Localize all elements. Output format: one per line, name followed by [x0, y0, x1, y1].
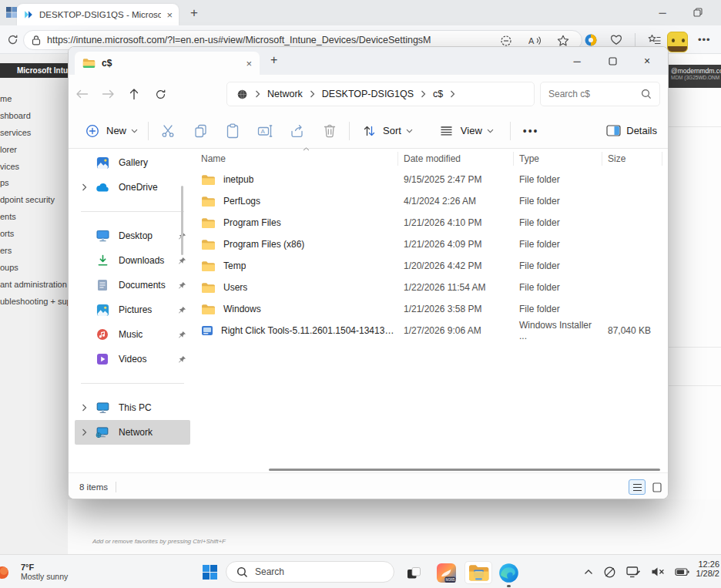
details-button[interactable]: Details [606, 125, 657, 136]
sidebar-item-onedrive[interactable]: OneDrive [75, 175, 190, 200]
edge-new-tab-button[interactable]: + [190, 5, 198, 21]
column-size[interactable]: Size [602, 153, 662, 164]
search-input[interactable]: Search c$ [540, 82, 660, 106]
more-options-icon[interactable]: ••• [514, 125, 548, 137]
back-arrow-icon[interactable] [69, 89, 95, 99]
copy-button[interactable] [184, 118, 216, 144]
chevron-right-icon[interactable] [75, 428, 93, 436]
edge-taskbar-button[interactable] [497, 561, 520, 584]
sidebar-scrollbar[interactable] [181, 186, 183, 255]
favorite-star-icon[interactable] [557, 35, 569, 46]
chevron-right-icon[interactable] [75, 183, 93, 191]
sidebar-item-pictures[interactable]: Pictures [75, 297, 190, 322]
intune-nav-item[interactable]: lorer [0, 142, 71, 159]
sidebar-item-this-pc[interactable]: This PC [75, 395, 190, 420]
intune-nav-item[interactable]: ents [0, 209, 71, 226]
file-row[interactable]: PerfLogs4/1/2024 2:26 AMFile folder [192, 190, 663, 212]
intune-nav-item[interactable]: ubleshooting + suppor [0, 294, 71, 311]
intune-nav-item[interactable]: ant administration [0, 277, 71, 294]
sidebar-item-gallery[interactable]: Gallery [75, 150, 190, 175]
read-aloud-icon[interactable]: A [528, 35, 542, 46]
intune-nav-item[interactable]: me [0, 91, 71, 108]
edge-restore-button[interactable] [686, 3, 709, 22]
file-row[interactable]: Temp1/20/2026 4:42 PMFile folder [192, 255, 663, 277]
cut-button[interactable] [152, 118, 184, 144]
forward-arrow-icon[interactable] [95, 89, 121, 99]
intune-nav-item[interactable]: shboard [0, 108, 71, 125]
file-row[interactable]: Program Files (x86)1/21/2026 4:09 PMFile… [192, 234, 663, 255]
weather-widget[interactable]: 7°F Mostly sunny [0, 555, 68, 588]
rename-button[interactable]: A [249, 118, 281, 144]
refresh-icon[interactable] [147, 89, 173, 100]
new-button[interactable]: New [76, 118, 145, 144]
edge-minimize-button[interactable]: ─ [651, 3, 674, 22]
edge-browser-tab[interactable]: DESKTOP-DSIG1QS - Microsoft In × [17, 4, 179, 25]
delete-button[interactable] [314, 118, 346, 144]
refresh-icon[interactable] [7, 34, 18, 45]
zoom-out-icon[interactable] [500, 35, 512, 47]
chevron-up-icon[interactable] [584, 569, 593, 575]
list-view-button[interactable] [629, 479, 646, 495]
file-name: Windows [223, 304, 261, 314]
browser-essentials-icon[interactable] [584, 33, 598, 47]
chevron-right-icon[interactable] [75, 404, 93, 412]
explorer-tabbar: c$ × + ─ × [69, 47, 668, 75]
task-view-button[interactable] [402, 561, 425, 584]
intune-nav-item[interactable]: vices [0, 159, 71, 176]
breadcrumb[interactable]: Network DESKTOP-DSIG1QS c$ [226, 82, 535, 106]
explorer-tab-close-icon[interactable]: × [246, 59, 252, 69]
sidebar-item-videos[interactable]: Videos [75, 347, 190, 371]
edge-workspaces-icon[interactable] [5, 6, 18, 18]
file-row[interactable]: Users1/22/2026 11:54 AMFile folder [192, 277, 663, 298]
icon-view-button[interactable] [649, 479, 666, 495]
file-row[interactable]: Right Click Tools-5.11.2601.1504-1341306… [192, 320, 663, 341]
file-row[interactable]: inetpub9/15/2025 2:47 PMFile folder [192, 169, 663, 190]
file-row[interactable]: Windows1/21/2026 3:58 PMFile folder [192, 298, 663, 320]
volume-mute-icon[interactable] [651, 566, 665, 577]
taskbar-search[interactable]: Search [226, 561, 394, 583]
column-type[interactable]: Type [513, 153, 602, 164]
breadcrumb-computer[interactable]: DESKTOP-DSIG1QS [322, 89, 414, 99]
file-row[interactable]: Program Files1/21/2026 4:10 PMFile folde… [192, 212, 663, 234]
intune-nav-item[interactable]: ers [0, 243, 71, 260]
view-button[interactable]: View [431, 118, 501, 144]
sidebar-item-music[interactable]: Music [75, 322, 190, 347]
display-pen-icon[interactable] [626, 566, 641, 579]
edge-tab-close-icon[interactable]: × [166, 10, 173, 20]
intune-nav-item[interactable]: orts [0, 226, 71, 243]
m365-copilot-button[interactable]: M365 [434, 561, 458, 584]
column-date-modified[interactable]: Date modified [397, 153, 513, 164]
collections-heart-icon[interactable] [610, 34, 622, 45]
share-button[interactable] [281, 118, 314, 144]
intune-nav-item[interactable]: services [0, 125, 71, 142]
sidebar-item-downloads[interactable]: Downloads [75, 248, 190, 273]
profile-avatar[interactable] [667, 32, 688, 52]
horizontal-scrollbar[interactable] [269, 469, 660, 471]
network-offline-icon[interactable] [603, 566, 616, 579]
paste-button[interactable] [216, 118, 249, 144]
up-arrow-icon[interactable] [121, 88, 147, 100]
column-name[interactable]: Name [192, 153, 397, 164]
breadcrumb-share[interactable]: c$ [433, 89, 443, 99]
explorer-close-button[interactable]: × [632, 49, 662, 72]
onedrive-icon [93, 183, 112, 192]
edge-settings-more-icon[interactable]: ••• [698, 34, 711, 45]
intune-nav-item[interactable]: oups [0, 260, 71, 277]
file-explorer-taskbar-button[interactable] [464, 561, 492, 584]
explorer-new-tab-button[interactable]: + [270, 53, 277, 67]
sidebar-item-documents[interactable]: Documents [75, 273, 190, 297]
sidebar-item-network[interactable]: Network [75, 420, 190, 445]
explorer-maximize-button[interactable] [597, 49, 628, 72]
intune-nav-item[interactable]: dpoint security [0, 192, 71, 209]
explorer-tab[interactable]: c$ × [75, 52, 260, 75]
file-date: 1/21/2026 3:58 PM [397, 304, 513, 314]
sort-button[interactable]: Sort [353, 118, 420, 144]
url-text[interactable]: https://intune.microsoft.com/?l=en.en-us… [47, 35, 478, 45]
start-button[interactable] [202, 564, 218, 580]
sidebar-item-desktop[interactable]: Desktop [75, 223, 190, 248]
favorites-list-icon[interactable] [648, 34, 661, 45]
explorer-minimize-button[interactable]: ─ [562, 49, 592, 72]
taskbar-clock[interactable]: 12:26 1/28/2 [686, 559, 721, 578]
intune-nav-item[interactable]: ps [0, 175, 71, 192]
breadcrumb-network[interactable]: Network [267, 89, 303, 99]
